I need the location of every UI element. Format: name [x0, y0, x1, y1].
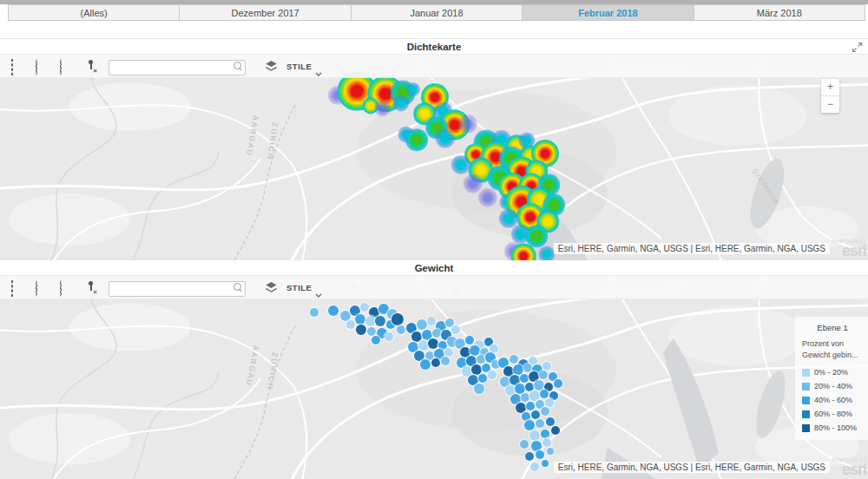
legend-label: 20% - 40%	[814, 382, 852, 390]
legend-item: 0% - 20%	[802, 368, 863, 377]
style-dropdown[interactable]: STILE	[286, 62, 322, 71]
panel1-header: Dichtekarte	[0, 39, 868, 55]
legend-swatch	[802, 369, 810, 377]
lasso-select-icon	[60, 59, 62, 75]
legend-subtitle-line2: Gewicht gebin...	[802, 350, 863, 361]
legend-items: 0% - 20%20% - 40%40% - 60%60% - 80%80% -…	[802, 368, 863, 432]
map-legend: Ebene 1 Prozent von Gewicht gebin... 0% …	[795, 317, 868, 440]
tab-4-m-rz-2018[interactable]: März 2018	[694, 4, 865, 21]
style-dropdown-label: STILE	[286, 283, 312, 292]
tab-0--alles-[interactable]: (Alles)	[8, 4, 180, 21]
tab-2-januar-2018[interactable]: Januar 2018	[351, 4, 523, 21]
tab-1-dezember-2017[interactable]: Dezember 2017	[179, 4, 351, 21]
search-input[interactable]	[108, 60, 246, 75]
legend-swatch	[802, 424, 810, 432]
circle-select-button[interactable]	[36, 281, 49, 294]
legend-item: 40% - 60%	[802, 396, 863, 404]
weight-map-viewport[interactable]: AARGAU ZÜRICH STILE	[0, 276, 868, 479]
map-attribution: Esri, HERE, Garmin, NGA, USGS | Esri, HE…	[554, 462, 830, 473]
search-input[interactable]	[108, 281, 246, 297]
layers-button[interactable]	[265, 60, 278, 72]
zoom-in-button[interactable]: +	[821, 79, 839, 95]
chevron-down-icon	[315, 64, 322, 69]
panel2-header: Gewicht	[0, 260, 868, 276]
zoom-out-button[interactable]: −	[821, 95, 839, 113]
esri-wordmark: esri	[832, 243, 866, 259]
panel-gewicht: Gewicht AARGAU	[0, 260, 868, 479]
lasso-select-button[interactable]	[60, 281, 73, 294]
rectangle-select-button[interactable]	[11, 281, 24, 294]
esri-logo: POWERED BY esri	[832, 458, 866, 477]
clear-selection-button[interactable]	[84, 281, 96, 294]
chevron-down-icon	[315, 285, 322, 290]
layers-button[interactable]	[265, 281, 278, 293]
style-dropdown-label: STILE	[286, 62, 312, 71]
tab-bar-spacer	[0, 21, 868, 39]
panel2-toolbar: STILE	[0, 276, 868, 299]
legend-subtitle-line1: Prozent von	[802, 338, 863, 350]
legend-swatch	[802, 383, 810, 390]
esri-logo: POWERED BY esri	[832, 240, 866, 259]
legend-label: 80% - 100%	[814, 423, 857, 432]
legend-swatch	[802, 410, 810, 418]
map-attribution: Esri, HERE, Garmin, NGA, USGS | Esri, HE…	[554, 243, 830, 254]
circle-select-icon	[36, 280, 37, 297]
lasso-select-icon	[60, 280, 62, 297]
circle-select-button[interactable]	[36, 60, 49, 73]
tab-3-februar-2018[interactable]: Februar 2018	[522, 4, 694, 21]
legend-item: 80% - 100%	[802, 423, 863, 432]
panel-dichtekarte: Dichtekarte	[0, 39, 868, 260]
lasso-select-button[interactable]	[60, 60, 73, 73]
time-filter-tab-bar: (Alles)Dezember 2017Januar 2018Februar 2…	[8, 4, 865, 21]
search-icon[interactable]	[233, 62, 241, 69]
panel2-title: Gewicht	[415, 263, 454, 273]
zoom-control: + −	[821, 79, 839, 113]
lake-shapes	[0, 55, 868, 260]
esri-wordmark: esri	[832, 462, 866, 477]
legend-item: 20% - 40%	[802, 382, 863, 390]
pin-stem	[90, 63, 92, 69]
legend-label: 40% - 60%	[814, 396, 852, 404]
pin-stem	[90, 285, 92, 291]
density-map-viewport[interactable]: AARGAU ZÜRICH Greifensee STILE	[0, 55, 868, 260]
panel1-toolbar: STILE	[0, 55, 868, 78]
search-icon[interactable]	[233, 283, 241, 291]
legend-swatch	[802, 397, 810, 404]
rectangle-select-icon	[11, 280, 13, 297]
style-dropdown[interactable]: STILE	[286, 283, 322, 292]
circle-select-icon	[36, 59, 37, 75]
rectangle-select-button[interactable]	[11, 60, 24, 73]
expand-icon[interactable]	[852, 41, 863, 52]
legend-label: 60% - 80%	[814, 410, 852, 418]
legend-layer-title: Ebene 1	[802, 323, 863, 332]
clear-selection-button[interactable]	[84, 60, 96, 73]
panel2-search	[108, 279, 246, 295]
rectangle-select-icon	[11, 59, 13, 75]
panel1-title: Dichtekarte	[407, 42, 462, 52]
legend-label: 0% - 20%	[814, 368, 848, 377]
app-window: (Alles)Dezember 2017Januar 2018Februar 2…	[0, 0, 868, 479]
legend-item: 60% - 80%	[802, 410, 863, 418]
lake-shapes	[0, 276, 868, 479]
panel1-search	[108, 58, 246, 74]
